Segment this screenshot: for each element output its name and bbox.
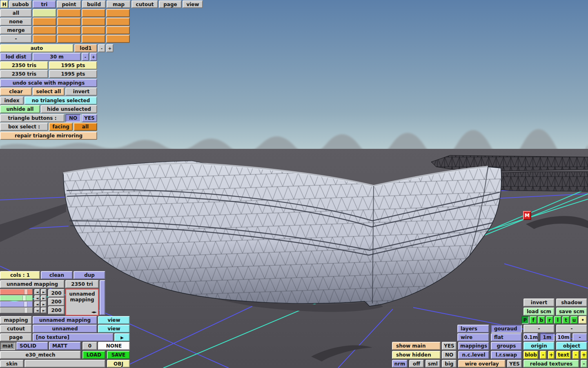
mapping-scrollbar[interactable] [100, 280, 105, 315]
slider-green-right-arrow[interactable]: ► [41, 295, 47, 301]
mat-matt-button[interactable]: MATT [49, 342, 81, 350]
subob-grid-cell[interactable] [57, 18, 81, 26]
subob-grid-cell[interactable] [82, 9, 105, 17]
grid-10m-button[interactable]: 10m [556, 333, 571, 341]
save-button[interactable]: SAVE [107, 351, 130, 359]
layers-dash-1[interactable]: - [523, 325, 555, 333]
wire-button[interactable]: wire [457, 333, 489, 341]
invert-selection-button[interactable]: invert [65, 88, 97, 96]
lod-minus-button[interactable]: - [98, 44, 105, 52]
tab-build[interactable]: build [82, 0, 106, 8]
proj-f-button[interactable]: f [530, 316, 537, 324]
origin-button[interactable]: origin [523, 342, 555, 350]
undo-scale-button[interactable]: undo scale with mappings [0, 79, 97, 87]
shadow-button[interactable]: shadow [556, 298, 587, 307]
skin-button[interactable]: skin [0, 360, 24, 368]
mat-none-button[interactable]: NONE [98, 342, 130, 350]
tab-page[interactable]: page [159, 0, 182, 8]
proj-dot-button[interactable]: • [579, 316, 587, 324]
slider-gray-right-arrow[interactable]: ► [41, 307, 47, 313]
slider-blue-right-arrow[interactable]: ► [41, 301, 47, 307]
mapping-preview-next-arrow[interactable]: ► [94, 310, 97, 314]
lod-level-button[interactable]: lod1 [74, 44, 97, 52]
mapping-preview-prev-arrow[interactable]: ◄► [91, 310, 97, 314]
mat-label[interactable]: mat [0, 342, 16, 350]
slider-blue-left-arrow[interactable]: ◄ [34, 301, 40, 307]
mapping-row-label[interactable]: mapping [0, 316, 32, 324]
subob-grid-cell[interactable] [106, 18, 130, 26]
unhide-all-button[interactable]: unhide all [0, 105, 40, 113]
slider-red-right-arrow[interactable]: ► [41, 289, 47, 295]
reload-textures-button[interactable]: reload textures [523, 360, 579, 368]
nrm-button[interactable]: nrm [392, 360, 408, 368]
subob-grid-cell[interactable] [82, 26, 105, 34]
subob-grid-cell[interactable] [82, 35, 105, 43]
blob-plus-button[interactable]: + [548, 351, 555, 359]
nrm-sml-button[interactable]: sml [425, 360, 440, 368]
slider-blue[interactable] [0, 301, 33, 307]
tab-h[interactable]: H [0, 0, 8, 8]
skin-name-field[interactable] [24, 360, 105, 368]
hide-unselected-button[interactable]: hide unselected [41, 105, 97, 113]
subob-grid-cell[interactable] [57, 9, 81, 17]
subob-grid-cell-selected[interactable] [33, 9, 56, 17]
layers-dash-2[interactable]: - [556, 325, 587, 333]
blob-button[interactable]: blob [523, 351, 538, 359]
object-button[interactable]: object [556, 342, 587, 350]
proj-l-button[interactable]: l [554, 316, 561, 324]
nclevel-button[interactable]: n.c.level [458, 351, 489, 359]
subob-merge-button[interactable]: merge [0, 26, 32, 34]
mapping-name-button[interactable]: unnamed mapping [0, 280, 65, 288]
subob-minus-button[interactable]: - [0, 35, 32, 43]
tab-point[interactable]: point [57, 0, 81, 8]
box-select-all[interactable]: all [74, 123, 97, 131]
subob-all-button[interactable]: all [0, 9, 32, 17]
groups-button[interactable]: groups [491, 342, 522, 350]
show-hidden-button[interactable]: show hidden [392, 351, 441, 359]
proj-r-button[interactable]: r [546, 316, 553, 324]
page-row-label[interactable]: page [0, 333, 32, 341]
slider-gray[interactable] [0, 307, 33, 313]
proj-u-button[interactable]: u [570, 316, 578, 324]
subob-grid-cell[interactable] [33, 26, 56, 34]
mat-solid-button[interactable]: SOLID [16, 342, 48, 350]
flat-button[interactable]: flat [491, 333, 522, 341]
clean-button[interactable]: clean [41, 271, 73, 279]
slider-gray-left-arrow[interactable]: ◄ [34, 307, 40, 313]
cutout-row-value[interactable]: unnamed [33, 325, 97, 333]
cols-button[interactable]: cols : 1 [0, 271, 40, 279]
subob-grid-cell[interactable] [33, 35, 56, 43]
proj-t-button[interactable]: t [562, 316, 570, 324]
triangle-buttons-no[interactable]: NO [65, 114, 81, 122]
load-scm-button[interactable]: load scm [523, 307, 555, 316]
text-plus-button[interactable]: + [581, 351, 587, 359]
slider-red[interactable] [0, 289, 33, 295]
page-row-value[interactable]: [no texture] [33, 333, 114, 341]
blob-minus-button[interactable]: - [540, 351, 546, 359]
lod-dist-value[interactable]: 30 m [33, 53, 81, 61]
model-filename[interactable]: e30_mtech [0, 351, 81, 359]
page-next-button[interactable]: ▶ [114, 333, 130, 341]
subob-grid-cell[interactable] [82, 18, 105, 26]
proj-p-button[interactable]: P [521, 316, 529, 324]
invert-button[interactable]: invert [523, 298, 555, 307]
subob-grid-cell[interactable] [57, 26, 81, 34]
repair-mirroring-button[interactable]: repair triangle mirroring [0, 132, 97, 140]
lod-plus-button[interactable]: + [106, 44, 114, 52]
mat-index[interactable]: 0 [82, 342, 97, 350]
wire-overlay-toggle[interactable]: YES [507, 360, 522, 368]
grid-01m-button[interactable]: 0.1m [523, 333, 538, 341]
dup-button[interactable]: dup [74, 271, 105, 279]
mapping-row-value[interactable]: unnamed mapping [33, 316, 97, 324]
show-hidden-toggle[interactable]: NO [442, 351, 457, 359]
layers-button[interactable]: layers [457, 325, 489, 333]
triangle-buttons-yes[interactable]: YES [82, 114, 97, 122]
lrswap-button[interactable]: l.r.swap [491, 351, 522, 359]
channel-value-2[interactable]: 200 [48, 298, 65, 306]
lod-auto-button[interactable]: auto [0, 44, 74, 52]
cutout-row-label[interactable]: cutout [0, 325, 32, 333]
mapping-view-button[interactable]: view [98, 316, 130, 324]
lod-dist-minus-button[interactable]: - [82, 53, 89, 61]
mappings-button[interactable]: mappings [458, 342, 489, 350]
gouraud-button[interactable]: gouraud [491, 325, 522, 333]
